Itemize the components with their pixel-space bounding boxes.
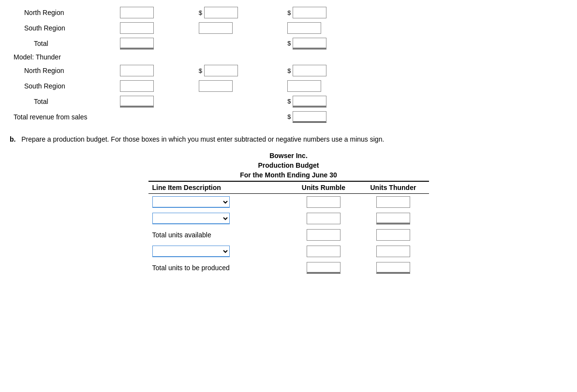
north-dollar-sign-2: $ bbox=[287, 9, 291, 16]
line-item-dropdown-1[interactable] bbox=[152, 196, 230, 208]
north-revenue-input[interactable] bbox=[293, 9, 326, 16]
thunder-south-units-field[interactable] bbox=[120, 80, 154, 92]
total-produced-rumble-field[interactable] bbox=[307, 262, 340, 274]
line-item-dropdown-3[interactable] bbox=[152, 246, 230, 257]
total-revenue-field-1[interactable] bbox=[293, 38, 326, 49]
row1-thunder-field[interactable] bbox=[376, 196, 410, 208]
total-avail-rumble-field[interactable] bbox=[307, 229, 340, 241]
north-price-field[interactable] bbox=[204, 7, 238, 18]
instruction-text: Prepare a production budget. For those b… bbox=[21, 135, 384, 143]
north-revenue-field[interactable] bbox=[293, 7, 326, 18]
thunder-north-dollar-1: $ bbox=[199, 67, 202, 74]
company-name: Bowser Inc. bbox=[10, 152, 567, 160]
prod-row-2 bbox=[148, 210, 429, 227]
thunder-total-revenue-field[interactable] bbox=[293, 96, 326, 107]
grand-total-dollar: $ bbox=[287, 113, 291, 120]
grand-total-revenue-field[interactable] bbox=[293, 111, 326, 123]
col-description: Line Item Description bbox=[148, 181, 290, 194]
thunder-north-price-field[interactable] bbox=[204, 65, 238, 76]
total-revenue-label: Total revenue from sales bbox=[10, 109, 116, 125]
thunder-south-revenue-field[interactable] bbox=[287, 80, 321, 92]
north-dollar-sign-1: $ bbox=[199, 9, 202, 16]
production-budget-section: Bowser Inc. Production Budget For the Mo… bbox=[10, 152, 567, 276]
budget-subtitle: For the Month Ending June 30 bbox=[10, 171, 567, 179]
total-units-produced-row: Total units to be produced bbox=[148, 260, 429, 276]
south-price-field[interactable] bbox=[199, 22, 233, 34]
total-units-available-label: Total units available bbox=[148, 227, 290, 243]
total-avail-thunder-field[interactable] bbox=[376, 229, 410, 241]
col-rumble: Units Rumble bbox=[289, 181, 357, 194]
north-price-input[interactable] bbox=[204, 9, 238, 16]
north-region-label: North Region bbox=[10, 5, 116, 20]
north-units-field[interactable] bbox=[120, 7, 154, 18]
thunder-south-price-field[interactable] bbox=[199, 80, 233, 92]
prod-row-3 bbox=[148, 243, 429, 260]
instruction-letter: b. bbox=[10, 135, 15, 143]
north-units-input[interactable] bbox=[120, 9, 154, 16]
row3-rumble-field[interactable] bbox=[307, 246, 340, 257]
south-revenue-field[interactable] bbox=[287, 22, 321, 34]
model-thunder-label: Model: Thunder bbox=[10, 51, 116, 63]
row2-rumble-field[interactable] bbox=[307, 213, 340, 224]
thunder-total-dollar: $ bbox=[287, 98, 291, 105]
row3-thunder-field[interactable] bbox=[376, 246, 410, 257]
total-units-field-1[interactable] bbox=[120, 38, 154, 49]
total-dollar-sign-1: $ bbox=[287, 40, 291, 47]
total-label-1: Total bbox=[10, 36, 116, 51]
prod-table-header: Line Item Description Units Rumble Units… bbox=[148, 181, 429, 194]
thunder-total-units-field[interactable] bbox=[120, 96, 154, 107]
budget-title: Production Budget bbox=[10, 161, 567, 169]
thunder-north-label: North Region bbox=[10, 63, 116, 78]
total-produced-thunder-field[interactable] bbox=[376, 262, 410, 274]
thunder-north-dollar-2: $ bbox=[287, 67, 291, 74]
total-units-produced-label: Total units to be produced bbox=[148, 260, 290, 276]
row2-thunder-field[interactable] bbox=[376, 213, 410, 224]
thunder-north-units-field[interactable] bbox=[120, 65, 154, 76]
col-thunder: Units Thunder bbox=[357, 181, 429, 194]
instruction-b: b. Prepare a production budget. For thos… bbox=[10, 134, 567, 145]
total-units-available-row: Total units available bbox=[148, 227, 429, 243]
thunder-total-label: Total bbox=[10, 94, 116, 109]
row1-rumble-field[interactable] bbox=[307, 196, 340, 208]
line-item-dropdown-2[interactable] bbox=[152, 213, 230, 224]
thunder-north-revenue-field[interactable] bbox=[293, 65, 326, 76]
thunder-south-label: South Region bbox=[10, 78, 116, 94]
south-region-label: South Region bbox=[10, 20, 116, 36]
prod-row-1 bbox=[148, 194, 429, 211]
south-units-field[interactable] bbox=[120, 22, 154, 34]
